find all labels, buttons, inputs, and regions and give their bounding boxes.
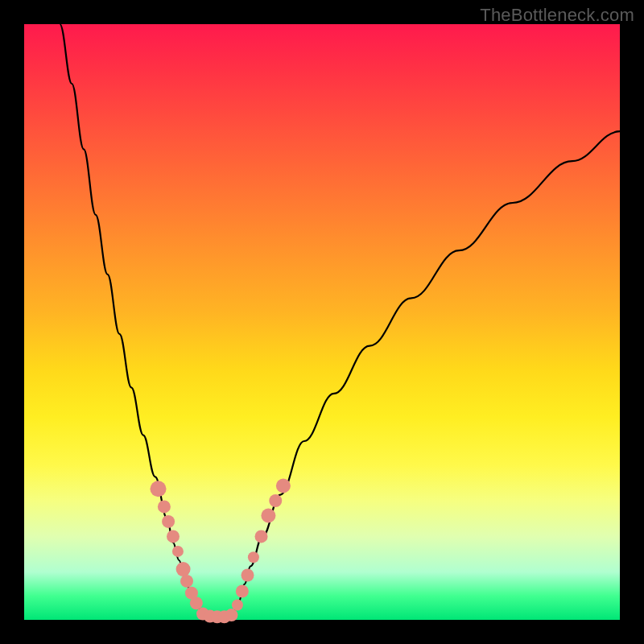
- marker-group: [151, 479, 291, 624]
- chart-frame: TheBottleneck.com: [0, 0, 644, 644]
- marker-left-1: [158, 500, 171, 513]
- marker-left-5: [176, 562, 191, 576]
- plot-area: [24, 24, 620, 620]
- marker-left-2: [162, 515, 175, 528]
- curve-left: [60, 24, 203, 614]
- marker-left-4: [172, 546, 184, 557]
- watermark-text: TheBottleneck.com: [480, 5, 634, 26]
- marker-left-6: [180, 575, 193, 588]
- curve-right: [233, 131, 620, 613]
- marker-right-1: [236, 584, 249, 597]
- chart-svg: [24, 24, 620, 620]
- marker-right-3: [248, 551, 259, 563]
- marker-right-4: [255, 530, 268, 543]
- marker-bottom-4: [225, 609, 238, 621]
- marker-left-0: [151, 481, 167, 497]
- marker-right-0: [232, 600, 243, 611]
- marker-right-2: [242, 569, 254, 582]
- marker-left-3: [167, 530, 180, 543]
- marker-right-6: [269, 494, 282, 507]
- marker-left-8: [190, 597, 203, 609]
- marker-right-7: [276, 479, 291, 493]
- marker-right-5: [261, 509, 275, 523]
